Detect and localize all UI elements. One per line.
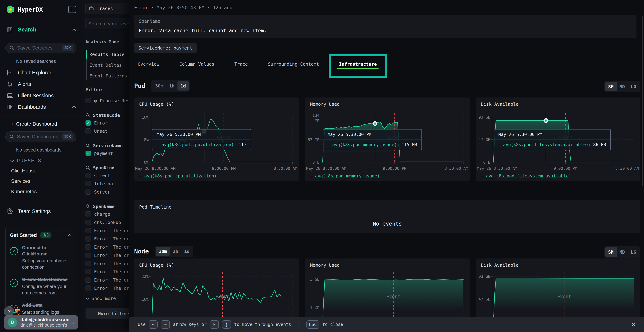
close-icon[interactable]: ✕ (631, 321, 636, 328)
source-select[interactable]: Traces (86, 3, 129, 14)
preset-kubernetes[interactable]: Kubernetes (11, 189, 82, 194)
sidebar-item-label: Team Settings (18, 208, 51, 214)
chart-plot[interactable]: 93 GB47 GBEvent (476, 272, 640, 317)
filter-option-client[interactable]: Client (86, 171, 129, 180)
filter-option-label: Error: The cr (94, 278, 129, 283)
filter-option-error-the-cr[interactable]: Error: The cr (86, 268, 129, 276)
event-age: 12h ago (213, 5, 232, 10)
filter-option-error-the-cr[interactable]: Error: The cr (86, 235, 129, 243)
sidebar-item-team-settings[interactable]: Team Settings (0, 206, 82, 217)
search-icon (86, 113, 90, 118)
filter-group-StatusCode: StatusCode (86, 112, 129, 119)
presets-toggle[interactable]: PRESETS (10, 158, 82, 163)
tab-column-values[interactable]: Column Values (179, 59, 214, 69)
svg-text:93 GB: 93 GB (478, 115, 490, 120)
filter-option-dns-lookup[interactable]: dns.lookup (86, 218, 129, 226)
more-filters-button[interactable]: More filters (86, 308, 129, 319)
user-menu[interactable]: D dale@clickhouse.com dale@clickhouse.co… (4, 315, 78, 330)
pod-range-1h[interactable]: 1h (166, 81, 178, 90)
tab-surrounding-context[interactable]: Surrounding Context (268, 59, 319, 69)
filter-option-internal[interactable]: Internal (86, 180, 129, 188)
show-more-button[interactable]: Show more (86, 296, 129, 301)
filter-option-error-the-cr[interactable]: Error: The cr (86, 251, 129, 260)
chart-plot[interactable]: 3 GB1 GBEvent (305, 272, 470, 317)
hyperdx-logo-icon: ⚡ (6, 5, 14, 14)
chevron-up-icon[interactable] (67, 234, 72, 236)
laptop-icon (6, 93, 13, 98)
sidebar-item-dashboards[interactable]: Dashboards (0, 101, 82, 113)
tab-infrastructure[interactable]: Infrastructure (339, 59, 377, 69)
saved-searches-input[interactable]: Saved Searches ⌘K (5, 43, 76, 53)
pod-size-sm[interactable]: SM (605, 82, 616, 91)
node-size-md[interactable]: MD (616, 248, 628, 257)
svg-text:May 26 8:30:00 AM: May 26 8:30:00 AM (135, 166, 176, 171)
create-dashboard-button[interactable]: + Create Dashboard (11, 121, 82, 127)
node-range-30m[interactable]: 30m (156, 247, 170, 256)
event-search-input[interactable]: Search your events (86, 18, 129, 29)
chart-plot[interactable]: 32%16%Event (134, 272, 299, 317)
filter-option-server[interactable]: Server (86, 188, 129, 196)
checkbox: ✓ (86, 120, 91, 126)
chevron-down-icon (10, 160, 14, 162)
pod-size-md[interactable]: MD (616, 82, 628, 91)
highlight-annotation-box (328, 54, 387, 78)
svg-text:8:30:00 AM: 8:30:00 AM (444, 166, 468, 171)
chart-card-pod-1: Memory Used134MB67 MB0 BMay 26 8:30:00 A… (305, 98, 470, 181)
denoise-results-checkbox[interactable]: ◐ Denoise Results (86, 96, 129, 105)
chart-card-pod-0: CPU Usage (%)16%8%0%May 26 8:30:00 AM9:0… (134, 98, 299, 181)
analysis-mode-event-deltas[interactable]: Event Deltas (90, 60, 129, 70)
filter-option-error-the-cr[interactable]: Error: The cr (86, 276, 129, 284)
cmd-k-shortcut: ⌘K (62, 45, 73, 51)
node-size-lg[interactable]: LG (628, 248, 639, 257)
pod-size-lg[interactable]: LG (628, 82, 639, 91)
filter-option-charge[interactable]: charge (86, 210, 129, 218)
preset-services[interactable]: Services (11, 178, 82, 184)
node-range-1h[interactable]: 1h (170, 247, 181, 256)
svg-text:134: 134 (312, 113, 320, 118)
active-tab-underline (337, 68, 378, 70)
chart-plot[interactable]: 16%8%0%May 26 8:30:00 AM9:00:00 PM8:30:0… (134, 111, 299, 173)
pod-range-1d[interactable]: 1d (178, 81, 189, 90)
sidebar-item-alerts[interactable]: Alerts (0, 78, 82, 90)
filter-option-error-the-cr[interactable]: Error: The cr (86, 284, 129, 292)
saved-dashboards-input[interactable]: Saved Dashboards ⌘K (5, 132, 76, 142)
collapse-sidebar-icon[interactable] (68, 6, 76, 13)
chart-title: Memory Used (305, 98, 470, 111)
svg-text:Event: Event (558, 135, 572, 140)
checkbox (86, 236, 91, 242)
sidebar-item-search[interactable]: Search (0, 24, 82, 36)
j-key: j (222, 320, 231, 328)
sidebar-item-chart-explorer[interactable]: Chart Explorer (0, 67, 82, 78)
get-started-step-sources[interactable]: ✓ Create Data Sources Configure where yo… (10, 276, 72, 296)
get-started-title: Get Started (10, 232, 37, 238)
filter-option-error-the-cr[interactable]: Error: The cr (86, 260, 129, 268)
analysis-mode-event-patterns[interactable]: Event Patterns (90, 70, 129, 81)
preset-clickhouse[interactable]: ClickHouse (11, 168, 82, 174)
checkbox (86, 228, 91, 233)
chevron-down-icon (86, 297, 90, 300)
chart-plot[interactable]: 93 GB47 GB0 BMay 26 8:30:00 AM9:00:00 PM… (476, 111, 640, 173)
scrollbar[interactable] (642, 16, 643, 186)
pod-section-header: Pod 30m1h1d (134, 80, 190, 92)
show-more-label: Show more (92, 296, 116, 301)
chart-title: Memory Used (305, 258, 470, 272)
service-name-chip[interactable]: ServiceName: payment (134, 43, 196, 52)
filter-option-error-the-cr[interactable]: Error: The cr (86, 243, 129, 251)
chart-plot[interactable]: 134MB67 MB0 BMay 26 8:30:00 AM9:00:00 PM… (305, 111, 470, 173)
tab-overview[interactable]: Overview (138, 59, 159, 69)
pod-range-30m[interactable]: 30m (152, 81, 166, 90)
analysis-mode-results-table[interactable]: Results Table (90, 49, 129, 60)
tab-trace[interactable]: Trace (234, 59, 248, 69)
node-range-1d[interactable]: 1d (181, 247, 192, 256)
filter-option-unset[interactable]: Unset (86, 127, 129, 135)
filter-option-payment[interactable]: ✓payment (86, 149, 129, 158)
get-started-step-connect[interactable]: ✓ Connect to ClickHouse Set up your data… (10, 244, 72, 270)
node-size-sm[interactable]: SM (605, 248, 616, 257)
checkbox: ✓ (86, 150, 91, 156)
filter-option-error[interactable]: ✓Error (86, 119, 129, 127)
filter-option-label: dns.lookup (94, 220, 121, 225)
filter-option-error-the-cr[interactable]: Error: The cr (86, 226, 129, 235)
filter-group-name: StatusCode (93, 113, 120, 118)
checkbox (86, 220, 91, 225)
sidebar-item-client-sessions[interactable]: Client Sessions (0, 90, 82, 101)
